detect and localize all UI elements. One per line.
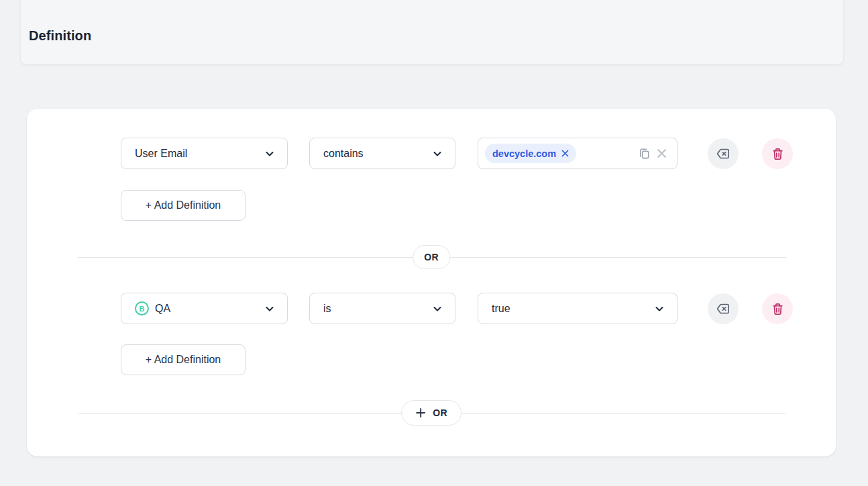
add-definition-label: + Add Definition bbox=[146, 199, 221, 211]
chevron-down-icon bbox=[654, 303, 665, 314]
add-or-label: OR bbox=[433, 407, 447, 418]
value-tags-input-row1[interactable]: devcycle.com bbox=[478, 138, 677, 169]
chevron-down-icon bbox=[432, 303, 443, 314]
backspace-icon bbox=[715, 301, 731, 317]
definition-card: User Email contains devcycle.com bbox=[27, 109, 836, 456]
delete-row-button-row2[interactable] bbox=[762, 293, 793, 324]
remove-tag-icon[interactable] bbox=[561, 150, 569, 157]
property-select-row2[interactable]: B QA bbox=[121, 293, 288, 324]
property-select-value: User Email bbox=[135, 148, 187, 160]
trash-icon bbox=[770, 301, 785, 317]
comparator-select-value: is bbox=[323, 303, 331, 315]
chevron-down-icon bbox=[432, 148, 443, 159]
add-definition-label: + Add Definition bbox=[146, 354, 221, 366]
chevron-down-icon bbox=[264, 303, 275, 314]
comparator-select-row1[interactable]: contains bbox=[309, 138, 455, 169]
definition-header-card: Definition bbox=[20, 0, 844, 64]
comparator-select-row2[interactable]: is bbox=[309, 293, 455, 324]
value-select-value: true bbox=[492, 303, 510, 315]
definition-page: Definition User Email contains devcycle.… bbox=[0, 0, 868, 486]
add-definition-button-row2[interactable]: + Add Definition bbox=[121, 344, 246, 375]
backspace-icon bbox=[715, 146, 731, 162]
or-divider-badge: OR bbox=[413, 245, 450, 269]
page-title: Definition bbox=[29, 28, 91, 44]
value-tag-chip: devcycle.com bbox=[485, 144, 576, 163]
add-definition-button-row1[interactable]: + Add Definition bbox=[121, 190, 246, 221]
boolean-type-badge-icon: B bbox=[135, 301, 149, 315]
property-select-row1[interactable]: User Email bbox=[121, 138, 288, 169]
delete-row-button-row1[interactable] bbox=[762, 138, 793, 169]
add-or-rule-button[interactable]: OR bbox=[401, 400, 462, 426]
value-select-row2[interactable]: true bbox=[478, 293, 677, 324]
clear-row-button-row1[interactable] bbox=[708, 138, 739, 169]
clear-row-button-row2[interactable] bbox=[708, 293, 739, 324]
comparator-select-value: contains bbox=[323, 148, 364, 160]
or-divider-label: OR bbox=[424, 252, 439, 262]
clear-input-icon[interactable] bbox=[656, 148, 667, 159]
value-tag-text: devcycle.com bbox=[492, 148, 556, 159]
plus-icon bbox=[415, 407, 426, 418]
property-select-value: QA bbox=[155, 303, 170, 315]
trash-icon bbox=[770, 146, 785, 162]
copy-icon[interactable] bbox=[638, 147, 651, 160]
chevron-down-icon bbox=[264, 148, 275, 159]
